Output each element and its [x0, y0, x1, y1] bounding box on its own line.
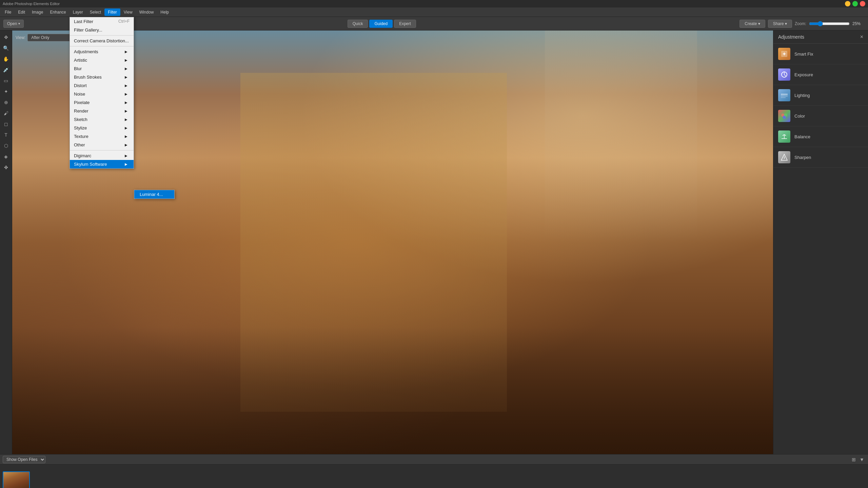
- panel-close-button[interactable]: ×: [860, 34, 863, 40]
- adjustment-smart-fix[interactable]: Smart Fix: [773, 44, 868, 64]
- menu-view[interactable]: View: [120, 8, 136, 16]
- filter-adjustments-arrow: ▶: [125, 50, 127, 54]
- adjustment-color[interactable]: Color: [773, 106, 868, 126]
- list-view-button[interactable]: ▼: [859, 456, 865, 463]
- open-button[interactable]: Open ▾: [3, 20, 24, 28]
- lighting-label: Lighting: [794, 93, 810, 98]
- filter-digimarc[interactable]: Digimarc ▶: [70, 151, 134, 160]
- filter-digimarc-arrow: ▶: [125, 154, 127, 158]
- menu-file[interactable]: File: [1, 8, 15, 16]
- menu-help[interactable]: Help: [157, 8, 172, 16]
- menu-edit[interactable]: Edit: [15, 8, 28, 16]
- filter-noise[interactable]: Noise ▶: [70, 90, 134, 98]
- filter-artistic-label: Artistic: [74, 58, 87, 63]
- eyedropper-tool[interactable]: 💉: [1, 65, 11, 75]
- filter-sep-1: [70, 35, 134, 36]
- shape-tool[interactable]: ⬡: [1, 141, 11, 150]
- show-open-files-select[interactable]: Show Open Files Show All Files: [3, 456, 45, 463]
- filter-pixelate[interactable]: Pixelate ▶: [70, 98, 134, 107]
- text-tool[interactable]: T: [1, 130, 11, 140]
- open-label: Open: [7, 21, 17, 26]
- mode-guided[interactable]: Guided: [369, 20, 393, 28]
- filter-skylum-label: Skylum Software: [74, 162, 107, 167]
- submenu-luminar4[interactable]: Luminar 4...: [134, 190, 174, 199]
- filter-other-label: Other: [74, 142, 85, 147]
- zoom-tool[interactable]: 🔍: [1, 43, 11, 53]
- selection-tool[interactable]: ▭: [1, 76, 11, 85]
- filter-skylum[interactable]: Skylum Software ▶: [70, 160, 134, 168]
- custom-tool[interactable]: ✤: [1, 163, 11, 172]
- skylum-submenu: Luminar 4...: [134, 190, 175, 199]
- filter-brush-strokes[interactable]: Brush Strokes ▶: [70, 73, 134, 81]
- view-label: View:: [16, 35, 25, 40]
- filter-brush-strokes-label: Brush Strokes: [74, 75, 102, 80]
- filter-artistic[interactable]: Artistic ▶: [70, 56, 134, 64]
- filter-render-label: Render: [74, 108, 88, 114]
- svg-rect-4: [781, 97, 786, 98]
- gradient-tool[interactable]: ◈: [1, 152, 11, 161]
- svg-point-7: [783, 116, 786, 119]
- menu-select[interactable]: Select: [86, 8, 104, 16]
- filter-other[interactable]: Other ▶: [70, 141, 134, 149]
- maximize-button[interactable]: [852, 1, 858, 6]
- filter-blur-label: Blur: [74, 66, 82, 71]
- mode-quick[interactable]: Quick: [348, 20, 368, 28]
- filter-last-filter[interactable]: Last Filter Ctrl+F: [70, 17, 134, 26]
- brush-tool[interactable]: 🖌: [1, 108, 11, 118]
- filter-sep-3: [70, 150, 134, 150]
- adjustment-sharpen[interactable]: Sharpen: [773, 147, 868, 168]
- eraser-tool[interactable]: ◻: [1, 119, 11, 129]
- filter-gallery-label: Filter Gallery...: [74, 27, 102, 33]
- grid-view-button[interactable]: ⊞: [850, 456, 857, 463]
- filter-stylize[interactable]: Stylize ▶: [70, 124, 134, 132]
- filter-adjustments[interactable]: Adjustments ▶: [70, 47, 134, 56]
- menu-enhance[interactable]: Enhance: [46, 8, 69, 16]
- titlebar-title: Adobe Photoshop Elements Editor: [3, 2, 60, 6]
- sharpen-label: Sharpen: [794, 155, 811, 160]
- filter-correct-camera[interactable]: Correct Camera Distortion...: [70, 37, 134, 45]
- minimize-button[interactable]: [845, 1, 850, 6]
- bottom-toolbar-right: ⊞ ▼: [850, 456, 865, 463]
- zoom-slider[interactable]: [809, 21, 850, 26]
- menu-layer[interactable]: Layer: [70, 8, 86, 16]
- filter-adjustments-label: Adjustments: [74, 49, 98, 54]
- filter-other-arrow: ▶: [125, 143, 127, 147]
- filter-sketch[interactable]: Sketch ▶: [70, 115, 134, 124]
- adjustment-lighting[interactable]: Lighting: [773, 85, 868, 106]
- balance-icon: [778, 130, 790, 143]
- filter-gallery[interactable]: Filter Gallery...: [70, 26, 134, 34]
- mode-expert[interactable]: Expert: [394, 20, 416, 28]
- filter-correct-camera-label: Correct Camera Distortion...: [74, 38, 129, 43]
- right-panel-header: Adjustments ×: [773, 30, 868, 44]
- balance-label: Balance: [794, 134, 810, 139]
- share-button[interactable]: Share ▾: [768, 20, 792, 28]
- hand-tool[interactable]: ✋: [1, 54, 11, 64]
- filter-noise-label: Noise: [74, 92, 85, 97]
- adjustment-balance[interactable]: Balance: [773, 126, 868, 147]
- filter-noise-arrow: ▶: [125, 92, 127, 96]
- menubar: File Edit Image Enhance Layer Select Fil…: [0, 7, 868, 17]
- filter-pixelate-arrow: ▶: [125, 101, 127, 104]
- create-button[interactable]: Create ▾: [739, 20, 765, 28]
- menu-filter[interactable]: Filter: [104, 8, 120, 16]
- move-tool[interactable]: ✥: [1, 33, 11, 42]
- sharpen-icon: [778, 151, 790, 163]
- left-toolbar: ✥ 🔍 ✋ 💉 ▭ ✦ ⊕ 🖌 ◻ T ⬡ ◈ ✤: [0, 30, 12, 454]
- filter-menu: Last Filter Ctrl+F Filter Gallery... Cor…: [70, 17, 134, 169]
- magic-wand-tool[interactable]: ✦: [1, 87, 11, 96]
- adjustment-exposure[interactable]: Exposure: [773, 64, 868, 85]
- bottom-toolbar: Show Open Files Show All Files ⊞ ▼: [0, 454, 868, 465]
- healing-tool[interactable]: ⊕: [1, 98, 11, 107]
- filter-brush-strokes-arrow: ▶: [125, 75, 127, 79]
- close-button[interactable]: [860, 1, 865, 6]
- menu-window[interactable]: Window: [136, 8, 157, 16]
- filmstrip-thumb-1[interactable]: [3, 471, 30, 488]
- filter-digimarc-label: Digimarc: [74, 153, 91, 158]
- filter-distort[interactable]: Distort ▶: [70, 81, 134, 90]
- color-label: Color: [794, 114, 805, 119]
- smart-fix-label: Smart Fix: [794, 52, 813, 57]
- menu-image[interactable]: Image: [28, 8, 46, 16]
- filter-blur[interactable]: Blur ▶: [70, 64, 134, 73]
- filter-texture[interactable]: Texture ▶: [70, 132, 134, 141]
- filter-render[interactable]: Render ▶: [70, 107, 134, 115]
